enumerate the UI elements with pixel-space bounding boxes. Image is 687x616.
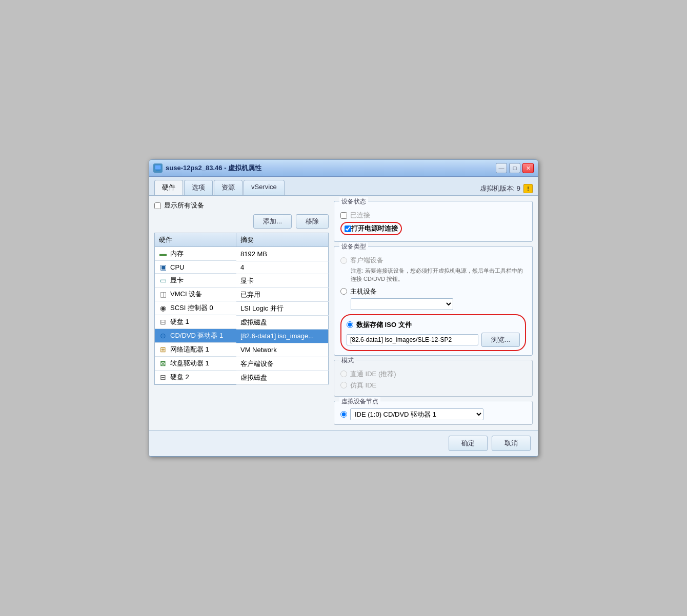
passthrough-radio[interactable] [340,371,347,377]
iso-path-row: [82.6-data1] iso_images/SLE-12-SP2 浏览... [347,333,520,347]
table-row[interactable]: ◉ SCSI 控制器 0 LSI Logic 并行 [155,301,329,315]
tab-resources[interactable]: 资源 [214,180,243,195]
hw-item-name: 显卡 [170,276,184,285]
table-row[interactable]: ▬ 内存 8192 MB [155,247,329,261]
host-device-row: 主机设备 [340,287,526,296]
main-window: suse-12ps2_83.46 - 虚拟机属性 — □ ✕ 硬件 选项 资源 … [149,159,538,457]
device-status-title: 设备状态 [339,197,368,206]
title-bar: suse-12ps2_83.46 - 虚拟机属性 — □ ✕ [149,160,538,177]
tab-vservice[interactable]: vService [244,180,285,195]
client-device-note: 注意: 若要连接该设备，您必须打开虚拟机电源，然后单击工具栏中的连接 CD/DV… [351,267,526,283]
client-device-row: 客户端设备 [340,256,526,265]
passthrough-label: 直通 IDE (推荐) [350,369,396,379]
node-radio[interactable] [340,411,347,418]
hw-item-summary: 虚拟磁盘 [236,371,329,385]
vm-version-info: 虚拟机版本: 9 ! [480,180,533,195]
emulated-label: 仿真 IDE [350,381,376,390]
ok-button[interactable]: 确定 [449,436,488,451]
hw-item-name: 软盘驱动器 1 [170,359,209,368]
cd-icon: ⊙ [159,332,167,340]
show-all-label: 显示所有设备 [164,201,204,210]
remove-button[interactable]: 移除 [296,214,329,229]
hw-item-name: CD/DVD 驱动器 1 [170,331,223,340]
warning-icon: ! [523,184,533,193]
virtual-node-section: 虚拟设备节点 IDE (1:0) CD/DVD 驱动器 1 [334,401,533,425]
connected-label: 已连接 [350,211,370,220]
browse-button[interactable]: 浏览... [481,333,520,347]
table-row[interactable]: ▣ CPU 4 [155,261,329,274]
left-panel: 显示所有设备 添加... 移除 硬件 摘要 ▬ 内存 8192 MB [154,201,329,425]
device-status-content: 已连接 打开电源时连接 [340,206,526,235]
host-device-radio[interactable] [340,288,347,295]
table-row[interactable]: ⊟ 硬盘 2 虚拟磁盘 [155,371,329,385]
connected-item: 已连接 [340,211,526,220]
client-device-label: 客户端设备 [350,256,383,265]
svg-rect-1 [156,170,160,171]
iso-file-row: 数据存储 ISO 文件 [347,320,520,330]
table-row[interactable]: ⊟ 硬盘 1 虚拟磁盘 [155,315,329,329]
hw-item-summary: LSI Logic 并行 [236,301,329,315]
show-all-checkbox[interactable] [154,202,161,209]
cancel-button[interactable]: 取消 [492,436,531,451]
hw-item-summary: 8192 MB [236,247,329,261]
hw-item-summary: 客户端设备 [236,357,329,371]
mode-content: 直通 IDE (推荐) 仿真 IDE [340,364,526,390]
floppy-icon: ⊠ [159,359,167,367]
close-button[interactable]: ✕ [522,163,534,173]
app-icon [153,163,163,173]
add-button[interactable]: 添加... [253,214,292,229]
hw-item-summary: 4 [236,261,329,274]
bottom-bar: 确定 取消 [149,430,538,456]
iso-file-container: 数据存储 ISO 文件 [82.6-data1] iso_images/SLE-… [340,314,526,351]
col-hardware: 硬件 [155,233,236,247]
passthrough-row: 直通 IDE (推荐) [340,369,526,379]
network-icon: ⊞ [159,345,167,354]
table-row[interactable]: ▭ 显卡 显卡 [155,274,329,288]
client-device-radio[interactable] [340,257,347,264]
disk-icon: ⊟ [159,318,167,326]
main-content: 显示所有设备 添加... 移除 硬件 摘要 ▬ 内存 8192 MB [149,196,538,430]
restore-button[interactable]: □ [509,163,520,173]
device-type-content: 客户端设备 注意: 若要连接该设备，您必须打开虚拟机电源，然后单击工具栏中的连接… [340,251,526,351]
tab-options[interactable]: 选项 [184,180,213,195]
power-connect-checkbox[interactable] [345,225,351,232]
hw-item-summary: VM Network [236,343,329,357]
hw-item-name: VMCI 设备 [170,290,202,299]
display-icon: ▭ [159,276,167,284]
emulated-row: 仿真 IDE [340,381,526,390]
table-row[interactable]: ⊙ CD/DVD 驱动器 1 [82.6-data1] iso_image... [155,329,329,343]
disk2-icon: ⊟ [159,373,167,381]
tab-hardware[interactable]: 硬件 [154,180,183,195]
power-connect-highlight: 打开电源时连接 [340,222,402,235]
hw-item-name: 硬盘 2 [170,373,189,382]
mode-title: 模式 [339,356,356,365]
node-select[interactable]: IDE (1:0) CD/DVD 驱动器 1 [350,408,483,420]
hw-item-summary: 显卡 [236,274,329,288]
table-row[interactable]: ⊞ 网络适配器 1 VM Network [155,343,329,357]
tab-bar: 硬件 选项 资源 vService 虚拟机版本: 9 ! [149,177,538,196]
table-row[interactable]: ◫ VMCI 设备 已弃用 [155,288,329,301]
host-device-dropdown-row [351,298,526,310]
svg-rect-0 [155,165,161,170]
minimize-button[interactable]: — [496,163,507,173]
cpu-icon: ▣ [159,263,167,271]
vmci-icon: ◫ [159,290,167,298]
emulated-radio[interactable] [340,382,347,388]
memory-icon: ▬ [159,250,167,258]
power-on-connect-item: 打开电源时连接 [340,222,526,235]
connected-checkbox[interactable] [340,212,347,219]
iso-file-radio[interactable] [347,321,353,328]
title-bar-left: suse-12ps2_83.46 - 虚拟机属性 [153,163,261,173]
host-device-select[interactable] [351,298,453,310]
host-device-label: 主机设备 [350,287,377,296]
iso-file-label: 数据存储 ISO 文件 [356,320,412,330]
device-type-title: 设备类型 [339,242,368,251]
toolbar-row: 添加... 移除 [154,214,329,229]
hw-item-summary: 虚拟磁盘 [236,315,329,329]
hw-item-summary: [82.6-data1] iso_image... [236,329,329,343]
show-all-row: 显示所有设备 [154,201,329,210]
power-connect-label: 打开电源时连接 [351,224,398,233]
table-row[interactable]: ⊠ 软盘驱动器 1 客户端设备 [155,357,329,371]
node-row: IDE (1:0) CD/DVD 驱动器 1 [340,405,526,420]
hardware-table: 硬件 摘要 ▬ 内存 8192 MB ▣ CPU 4 ▭ 显卡 [154,233,329,385]
